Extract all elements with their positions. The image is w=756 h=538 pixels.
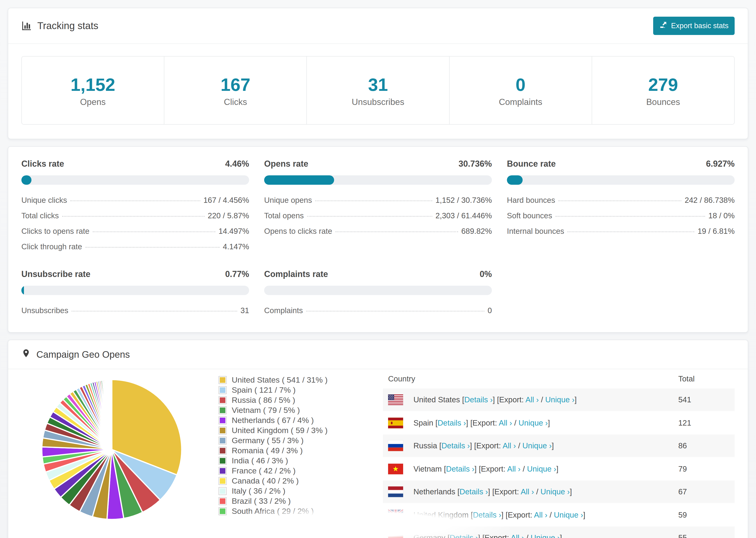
export-all-link[interactable]: All › [534, 511, 548, 519]
bracket: ] [583, 511, 585, 519]
country-name: Russia [413, 441, 437, 450]
legend-item[interactable]: Brazil ( 33 / 2% ) [219, 496, 343, 506]
clicks-rate-progress-fill [21, 175, 31, 185]
rate-row: Click through rate4.147% [21, 239, 249, 255]
bracket: [ [492, 487, 495, 496]
flag-united-kingdom-icon [388, 510, 403, 520]
legend-swatch [219, 447, 227, 455]
opens-rate-panel: Opens rate 30.736% Unique opens1,152 / 3… [264, 159, 492, 255]
table-row-vietnam: Vietnam [Details ›] [Export: All › / Uni… [383, 457, 735, 480]
legend-item[interactable]: Canada ( 40 / 2% ) [219, 476, 343, 486]
details-link[interactable]: Details › [446, 464, 474, 473]
rate-row-value: 242 / 86.738% [685, 196, 735, 205]
legend-label: Spain ( 121 / 7% ) [232, 385, 296, 395]
geo-opens-header: Campaign Geo Opens [8, 340, 748, 369]
legend-swatch [219, 406, 227, 414]
legend-label: France ( 42 / 2% ) [232, 466, 296, 475]
flag-russia-icon [388, 440, 403, 451]
rate-row-label: Hard bounces [507, 196, 555, 205]
rate-row-label: Unsubscribes [21, 306, 68, 315]
campaign-geo-opens-card: Campaign Geo Opens United States ( 541 /… [8, 340, 748, 538]
export-all-link[interactable]: All › [507, 464, 520, 473]
export-unique-link[interactable]: Unique › [540, 487, 570, 496]
legend-item[interactable]: India ( 46 / 3% ) [219, 456, 343, 466]
legend-label: Canada ( 40 / 2% ) [232, 476, 298, 485]
geo-table-header-row: Country Total [383, 369, 735, 389]
opens-rate-title: Opens rate [264, 159, 308, 169]
details-link[interactable]: Details › [459, 487, 488, 496]
details-link[interactable]: Details › [441, 441, 470, 450]
legend-swatch [219, 457, 227, 465]
stats-summary-row: 1,152 Opens 167 Clicks 31 Unsubscribes 0… [21, 56, 735, 125]
slash: / [518, 441, 520, 450]
bracket: ] [574, 395, 577, 404]
legend-item[interactable]: Germany ( 55 / 3% ) [219, 435, 343, 446]
complaints-rate-panel: Complaints rate 0% Complaints0 [264, 269, 492, 319]
legend-label: India ( 46 / 3% ) [232, 456, 288, 465]
rate-row: Unique opens1,152 / 30.736% [264, 193, 492, 208]
rate-row-value: 4.147% [223, 242, 249, 251]
country-cell: Netherlands [Details ›] [Export: All › /… [383, 486, 676, 497]
opens-rate-progress [264, 175, 492, 185]
legend-label: South Africa ( 29 / 2% ) [232, 507, 314, 516]
stat-box-complaints: 0 Complaints [450, 57, 592, 124]
legend-item[interactable]: South Africa ( 29 / 2% ) [219, 506, 343, 516]
export-unique-link[interactable]: Unique › [522, 441, 552, 450]
total-cell: 67 [676, 487, 735, 496]
complaints-count: 0 [450, 75, 592, 95]
unsubscribe-rate-progress [21, 286, 249, 295]
bounce-rate-progress [507, 175, 735, 185]
export-unique-link[interactable]: Unique › [554, 511, 583, 519]
rate-row: Hard bounces242 / 86.738% [507, 193, 735, 208]
legend-label: Romania ( 49 / 3% ) [232, 446, 303, 455]
table-row-germany: Germany [Details ›] [Export: All › / Uni… [383, 526, 735, 538]
export-all-link[interactable]: All › [521, 487, 534, 496]
complaints-rate-value: 0% [480, 269, 492, 279]
legend-label: Vietnam ( 79 / 5% ) [232, 405, 300, 415]
legend-item[interactable]: Spain ( 121 / 7% ) [219, 385, 343, 395]
details-link[interactable]: Details › [450, 533, 478, 538]
geo-pie-container [21, 369, 202, 538]
tracking-stats-title: Tracking stats [21, 20, 98, 32]
legend-label: Italy ( 36 / 2% ) [232, 486, 286, 496]
legend-item[interactable]: United States ( 541 / 31% ) [219, 375, 343, 385]
dotted-leader [62, 216, 204, 217]
total-cell: 86 [676, 441, 735, 450]
details-link[interactable]: Details › [473, 511, 501, 519]
export-unique-link[interactable]: Unique › [527, 464, 557, 473]
bounce-rate-progress-fill [507, 175, 523, 185]
legend-item[interactable]: Netherlands ( 67 / 4% ) [219, 415, 343, 425]
export-all-link[interactable]: All › [511, 533, 524, 538]
export-unique-link[interactable]: Unique › [545, 395, 574, 404]
flag-united-states-icon [388, 394, 403, 405]
legend-item[interactable]: Russia ( 86 / 5% ) [219, 395, 343, 405]
geo-opens-table: Country Total United States [Details ›] … [383, 369, 735, 538]
legend-swatch [219, 507, 227, 515]
rate-row: Unsubscribes31 [21, 303, 249, 319]
export-all-link[interactable]: All › [525, 395, 539, 404]
legend-item[interactable]: France ( 42 / 2% ) [219, 466, 343, 476]
bounce-rate-title: Bounce rate [507, 159, 556, 169]
legend-item[interactable]: Italy ( 36 / 2% ) [219, 486, 343, 496]
export-unique-link[interactable]: Unique › [531, 533, 560, 538]
export-all-link[interactable]: All › [499, 418, 512, 427]
geo-pie-chart[interactable] [39, 377, 185, 522]
legend-item[interactable]: Romania ( 49 / 3% ) [219, 446, 343, 456]
export-unique-link[interactable]: Unique › [519, 418, 548, 427]
country-cell: United Kingdom [Details ›] [Export: All … [383, 510, 676, 520]
export-all-link[interactable]: All › [503, 441, 516, 450]
legend-item[interactable]: United Kingdom ( 59 / 3% ) [219, 425, 343, 435]
rate-row-label: Total clicks [21, 211, 59, 220]
rate-row-label: Unique clicks [21, 196, 67, 205]
export-basic-stats-button[interactable]: Export basic stats [653, 17, 735, 35]
unsubscribe-rate-rows: Unsubscribes31 [21, 303, 249, 319]
details-link[interactable]: Details › [464, 395, 493, 404]
legend-item[interactable]: Vietnam ( 79 / 5% ) [219, 405, 343, 415]
rate-row-label: Opens to clicks rate [264, 227, 332, 236]
details-link[interactable]: Details › [438, 418, 466, 427]
country-name: Spain [413, 418, 433, 427]
country-row-text: United Kingdom [Details ›] [Export: All … [413, 511, 585, 519]
bracket: ] [560, 533, 562, 538]
unsubscribes-count: 31 [307, 75, 449, 95]
country-row-text: Netherlands [Details ›] [Export: All › /… [413, 487, 572, 496]
